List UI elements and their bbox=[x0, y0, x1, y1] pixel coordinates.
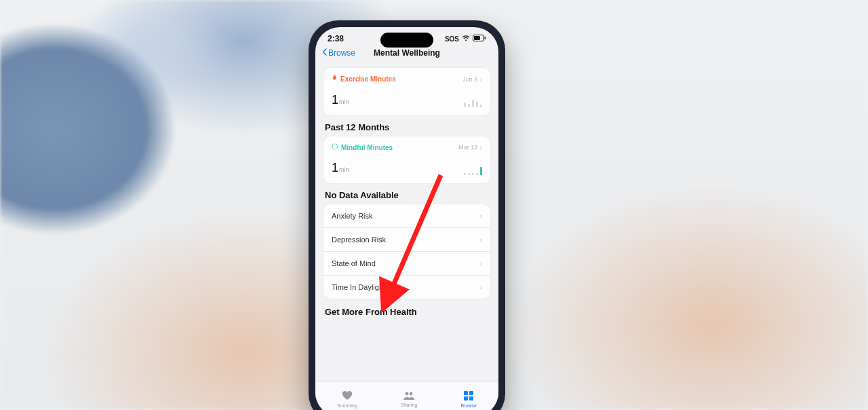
section-past-12-months: Past 12 Months bbox=[325, 122, 490, 132]
tab-label: Summary bbox=[337, 403, 357, 408]
svg-rect-6 bbox=[464, 391, 468, 395]
chevron-right-icon: › bbox=[479, 236, 482, 244]
chevron-right-icon: › bbox=[479, 283, 482, 291]
status-sos: SOS bbox=[445, 35, 459, 43]
tab-label: Browse bbox=[461, 403, 477, 408]
dynamic-island bbox=[380, 33, 433, 48]
chevron-right-icon: › bbox=[479, 143, 482, 151]
row-label: Anxiety Risk bbox=[332, 212, 373, 220]
battery-icon bbox=[473, 35, 486, 43]
tab-label: Sharing bbox=[401, 403, 417, 407]
svg-rect-7 bbox=[469, 391, 473, 395]
svg-point-4 bbox=[406, 392, 409, 396]
people-icon bbox=[403, 391, 415, 401]
row-depression-risk[interactable]: Depression Risk › bbox=[323, 227, 490, 251]
svg-rect-8 bbox=[464, 396, 468, 400]
status-time: 2:38 bbox=[328, 34, 344, 43]
svg-point-5 bbox=[410, 392, 413, 396]
page-title: Mental Wellbeing bbox=[374, 48, 440, 58]
card-unit: min bbox=[339, 98, 349, 105]
card-label: Exercise Minutes bbox=[340, 75, 396, 83]
chevron-left-icon bbox=[322, 48, 327, 58]
sparkline bbox=[464, 163, 482, 175]
wifi-icon bbox=[462, 35, 470, 43]
scroll-content[interactable]: Exercise Minutes Jun 6 › 1min Past 12 Mo… bbox=[315, 68, 498, 317]
card-unit: min bbox=[339, 166, 349, 173]
sparkline bbox=[464, 95, 482, 107]
mindful-icon bbox=[332, 143, 338, 151]
no-data-list: Anxiety Risk › Depression Risk › State o… bbox=[323, 204, 490, 299]
iphone-screen: 2:38 SOS Browse Mental Wellbeing bbox=[315, 27, 498, 410]
card-date: Mar 12 bbox=[458, 144, 477, 151]
chevron-right-icon: › bbox=[479, 212, 482, 220]
card-exercise-minutes[interactable]: Exercise Minutes Jun 6 › 1min bbox=[323, 68, 490, 115]
card-value: 1 bbox=[332, 93, 338, 107]
card-mindful-minutes[interactable]: Mindful Minutes Mar 12 › 1min bbox=[323, 136, 490, 183]
section-no-data: No Data Available bbox=[325, 190, 490, 200]
chevron-right-icon: › bbox=[479, 75, 482, 83]
tab-sharing[interactable]: Sharing bbox=[401, 391, 417, 407]
chevron-right-icon: › bbox=[479, 259, 482, 267]
svg-point-3 bbox=[332, 144, 338, 149]
heart-icon bbox=[342, 391, 353, 402]
svg-rect-1 bbox=[474, 36, 480, 40]
tab-browse[interactable]: Browse bbox=[461, 391, 477, 408]
tab-summary[interactable]: Summary bbox=[337, 391, 357, 408]
row-label: State of Mind bbox=[332, 259, 376, 267]
row-state-of-mind[interactable]: State of Mind › bbox=[323, 251, 490, 275]
iphone-frame: 2:38 SOS Browse Mental Wellbeing bbox=[309, 20, 505, 410]
svg-rect-9 bbox=[469, 396, 473, 400]
svg-rect-2 bbox=[485, 37, 486, 39]
grid-icon bbox=[464, 391, 473, 402]
tab-bar: Summary Sharing Browse bbox=[315, 381, 498, 410]
row-time-in-daylight[interactable]: Time In Daylight › bbox=[323, 275, 490, 299]
row-anxiety-risk[interactable]: Anxiety Risk › bbox=[323, 204, 490, 227]
row-label: Depression Risk bbox=[332, 236, 386, 244]
flame-icon bbox=[332, 75, 338, 83]
section-get-more: Get More From Health bbox=[325, 307, 490, 317]
back-label: Browse bbox=[328, 48, 355, 58]
row-label: Time In Daylight bbox=[332, 283, 385, 291]
card-value: 1 bbox=[332, 161, 338, 174]
back-button[interactable]: Browse bbox=[322, 48, 355, 58]
card-label: Mindful Minutes bbox=[341, 144, 393, 151]
card-date: Jun 6 bbox=[462, 76, 477, 83]
